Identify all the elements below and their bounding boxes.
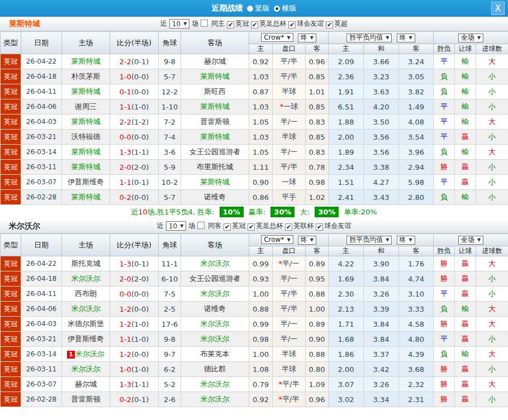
league-type-cell: 英冠 [1, 377, 21, 392]
checkbox-unchecked-icon [201, 20, 208, 27]
away-team-name: 布莱克本 [201, 350, 230, 358]
fulltime-score: 0-2 [120, 395, 131, 404]
league-filter-checkbox[interactable]: ✔英足总杯 [249, 20, 286, 27]
same-home-checkbox[interactable]: 同主 [198, 19, 225, 28]
handicap-cell: 半球 [273, 130, 306, 145]
result-handicap-cell: 輸 [455, 99, 476, 114]
home-team-name: 赫尔城 [75, 380, 97, 388]
result-handicap-cell: 贏 [455, 271, 476, 287]
away-team-cell: 普雷斯顿 [181, 114, 249, 130]
match-row: 英冠26-03-11莱斯特城2-0(2-0)5-9布里斯托城1.11平/半0.7… [1, 160, 508, 175]
score-cell: 1-2(0-0) [110, 302, 159, 317]
col-date: 日期 [21, 234, 62, 256]
league-filter-checkbox[interactable]: ✔英冠 [221, 222, 245, 230]
same-away-checkbox[interactable]: 同客 [195, 221, 221, 231]
handicap-value: 半/一 [282, 259, 299, 268]
col-away: 客场 [181, 234, 249, 256]
league-filter-checkbox[interactable]: ✔英足总杯 [245, 222, 283, 230]
result-handicap-cell: 贏 [455, 287, 476, 302]
home-team-name: 米德尔斯堡 [68, 319, 104, 328]
league-filter-checkbox[interactable]: ✔英冠 [225, 20, 249, 27]
home-team-cell: 普雷斯顿 [62, 392, 110, 407]
halftime-score: (0-0) [131, 350, 149, 359]
result-handicap-cell: 贏 [455, 256, 476, 271]
odds-home-cell: 0.99 [249, 256, 273, 271]
handicap-value: 半球 [282, 350, 296, 358]
league-filter-checkbox[interactable]: ✔英联杯 [283, 222, 314, 230]
corners-cell: 9-7 [159, 347, 181, 362]
avg-win-cell: 1.71 [329, 317, 364, 332]
halftime-score: (0-0) [131, 290, 149, 298]
odds-home-cell: 0.99 [249, 317, 273, 332]
home-team-name: 莱斯特城 [72, 147, 101, 156]
league-filter-checkbox[interactable]: ✔英超 [324, 20, 348, 27]
league-type-cell: 英冠 [1, 175, 21, 190]
league-filter-checkbox[interactable]: ✔球会友谊 [286, 20, 324, 27]
score-cell: 0-2(0-0) [110, 190, 159, 205]
avg-lose-cell: 3.82 [399, 84, 434, 99]
fulltime-score: 1-1 [120, 178, 131, 187]
home-team-cell: 谢周三 [62, 99, 110, 114]
match-row: 英冠26-04-03莱斯特城2-2(1-2)7-2普雷斯顿1.05半/一0.83… [1, 114, 508, 130]
close-button[interactable]: X [491, 2, 505, 15]
avg-draw-cell: 3.84 [364, 332, 399, 347]
checkbox-checked-icon: ✔ [285, 223, 292, 231]
avg-select[interactable]: 胜平负均值 [346, 236, 392, 245]
fulltime-score: 1-0 [120, 73, 131, 81]
result-goals-cell: 小 [476, 362, 508, 377]
match-date-cell: 26-03-21 [21, 130, 62, 145]
subcol-odds-home: 主 [249, 44, 273, 54]
league-filter-label: 英足总杯 [256, 222, 283, 230]
avg-lose-cell: 4.74 [399, 271, 434, 287]
odds-home-cell: 1.05 [249, 114, 273, 130]
odds-home-cell: 0.92 [249, 392, 273, 407]
league-filter-group: ✔英冠✔英足总杯✔球会友谊✔英超 [225, 19, 348, 28]
fullmatch-select[interactable]: 全场 [458, 236, 483, 245]
avg-lose-cell: 2.32 [399, 377, 434, 392]
match-row: 英冠26-04-18米尔沃尔2-0(2-0)6-10女王公园巡游者0.93半/一… [1, 271, 508, 287]
subcol-handicap: 盘口 [273, 44, 306, 54]
handicap-value: 半球 [282, 132, 296, 141]
score-cell: 1-3(1-1) [110, 145, 159, 160]
home-team-name: 沃特福德 [72, 132, 101, 141]
home-team-name: 谢周三 [75, 102, 97, 111]
home-team-name: 莱斯特城 [72, 117, 101, 126]
corners-cell: 2-5 [159, 302, 181, 317]
avg-lose-cell: 3.10 [399, 287, 434, 302]
score-cell: 1-1(1-0) [110, 332, 159, 347]
home-team-name: 朴茨茅斯 [72, 72, 101, 80]
odds-final-select[interactable]: 终 [298, 236, 316, 245]
away-team-name: 米尔沃尔 [201, 380, 230, 388]
result-handicap-cell: 輸 [455, 145, 476, 160]
halftime-score: (0-0) [131, 305, 149, 313]
odds-final-select[interactable]: 终 [298, 34, 316, 42]
fullmatch-select[interactable]: 全场 [458, 34, 483, 42]
layout-radio-horizontal[interactable]: 横版 [270, 3, 297, 13]
handicap-cell: 平手 [273, 190, 306, 205]
avg-final-select[interactable]: 终 [397, 236, 415, 245]
match-row: 英冠26-02-28莱斯特城0-2(0-0)5-7诺维奇0.86平手1.022.… [1, 190, 508, 205]
col-score: 比分(半场) [110, 234, 159, 256]
match-count-select[interactable]: 10 [166, 221, 186, 231]
league-filter-checkbox[interactable]: ✔球会友谊 [314, 222, 351, 230]
avg-lose-cell: 3.68 [399, 362, 434, 377]
odds-company-select[interactable]: Crow* [261, 33, 293, 42]
corners-cell: 7-2 [159, 114, 181, 130]
odds-company-select[interactable]: Crow* [261, 235, 293, 244]
layout-radio-vertical[interactable]: 竖版 [243, 3, 270, 13]
avg-win-cell: 6.51 [329, 99, 364, 114]
match-count-select[interactable]: 10 [169, 19, 189, 28]
league-filter-label: 球会友谊 [297, 20, 324, 27]
subcol-avg-win: 主 [329, 44, 364, 54]
home-team-name: 伊普斯维奇 [68, 335, 104, 343]
away-team-name: 莱斯特城 [201, 132, 230, 141]
league-filter-label: 英冠 [232, 222, 245, 230]
avg-lose-cell: 1.76 [399, 256, 434, 271]
match-date-cell: 26-03-07 [21, 377, 62, 392]
avg-select[interactable]: 胜平负均值 [346, 34, 392, 42]
league-filter-label: 球会友谊 [324, 222, 351, 230]
subcol-wdl: 胜负 [434, 44, 455, 54]
avg-final-select[interactable]: 终 [397, 34, 415, 42]
checkbox-checked-icon: ✔ [251, 21, 258, 28]
away-team-name: 莱斯特城 [201, 102, 230, 111]
